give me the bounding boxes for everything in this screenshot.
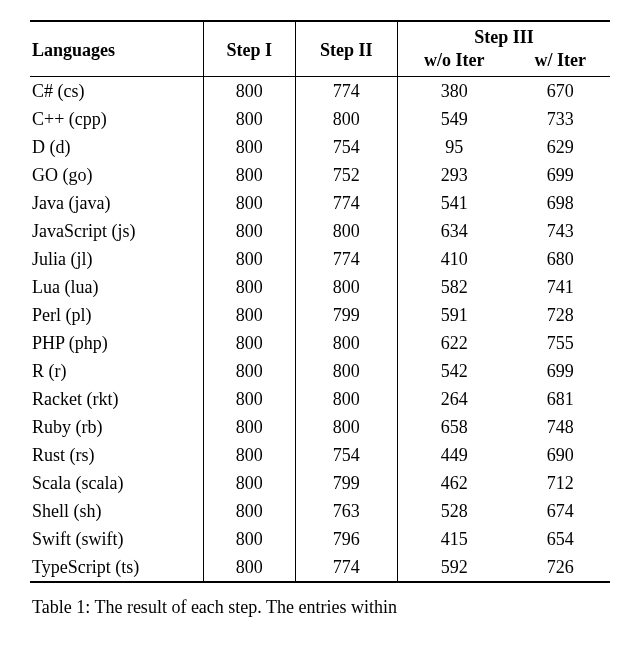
cell-step1: 800: [203, 273, 295, 301]
cell-step1: 800: [203, 413, 295, 441]
table-row: Swift (swift)800796415654: [30, 525, 610, 553]
cell-step1: 800: [203, 553, 295, 581]
table-row: Perl (pl)800799591728: [30, 301, 610, 329]
cell-step3-w-iter: 670: [511, 77, 610, 106]
cell-language: C++ (cpp): [30, 105, 203, 133]
cell-step2: 800: [295, 413, 397, 441]
cell-step2: 774: [295, 77, 397, 106]
table-row: JavaScript (js)800800634743: [30, 217, 610, 245]
table-row: PHP (php)800800622755: [30, 329, 610, 357]
col-header-step2: Step II: [295, 21, 397, 77]
cell-step2: 799: [295, 301, 397, 329]
cell-language: PHP (php): [30, 329, 203, 357]
table-row: TypeScript (ts)800774592726: [30, 553, 610, 581]
table-row: Java (java)800774541698: [30, 189, 610, 217]
cell-step2: 774: [295, 245, 397, 273]
cell-step3-wo-iter: 264: [397, 385, 510, 413]
cell-step3-w-iter: 681: [511, 385, 610, 413]
cell-step3-wo-iter: 622: [397, 329, 510, 357]
cell-step3-w-iter: 699: [511, 161, 610, 189]
cell-step1: 800: [203, 525, 295, 553]
cell-language: JavaScript (js): [30, 217, 203, 245]
cell-step2: 800: [295, 105, 397, 133]
cell-step2: 774: [295, 553, 397, 581]
cell-step3-w-iter: 699: [511, 357, 610, 385]
cell-step3-w-iter: 690: [511, 441, 610, 469]
cell-step3-w-iter: 712: [511, 469, 610, 497]
table-row: GO (go)800752293699: [30, 161, 610, 189]
cell-language: Shell (sh): [30, 497, 203, 525]
cell-step3-wo-iter: 449: [397, 441, 510, 469]
cell-step3-wo-iter: 528: [397, 497, 510, 525]
col-header-languages: Languages: [30, 21, 203, 77]
table-row: Scala (scala)800799462712: [30, 469, 610, 497]
cell-step1: 800: [203, 469, 295, 497]
cell-language: Lua (lua): [30, 273, 203, 301]
cell-step3-wo-iter: 95: [397, 133, 510, 161]
cell-step2: 752: [295, 161, 397, 189]
cell-language: Scala (scala): [30, 469, 203, 497]
cell-step1: 800: [203, 245, 295, 273]
col-header-step3-group: Step III: [397, 21, 610, 50]
cell-step1: 800: [203, 497, 295, 525]
cell-step3-wo-iter: 380: [397, 77, 510, 106]
cell-step1: 800: [203, 133, 295, 161]
cell-step2: 800: [295, 217, 397, 245]
cell-step3-wo-iter: 658: [397, 413, 510, 441]
cell-step3-wo-iter: 541: [397, 189, 510, 217]
table-row: Rust (rs)800754449690: [30, 441, 610, 469]
cell-step2: 754: [295, 441, 397, 469]
cell-step3-wo-iter: 582: [397, 273, 510, 301]
cell-step3-wo-iter: 415: [397, 525, 510, 553]
cell-step3-wo-iter: 634: [397, 217, 510, 245]
table-row: Racket (rkt)800800264681: [30, 385, 610, 413]
table-row: Julia (jl)800774410680: [30, 245, 610, 273]
cell-step2: 754: [295, 133, 397, 161]
cell-step3-wo-iter: 410: [397, 245, 510, 273]
caption-text: The result of each step. The entries wit…: [94, 597, 397, 617]
cell-step3-wo-iter: 549: [397, 105, 510, 133]
cell-step1: 800: [203, 385, 295, 413]
cell-step3-w-iter: 726: [511, 553, 610, 581]
cell-step3-w-iter: 755: [511, 329, 610, 357]
cell-step1: 800: [203, 189, 295, 217]
cell-step2: 800: [295, 273, 397, 301]
table-row: C# (cs)800774380670: [30, 77, 610, 106]
results-table: Languages Step I Step II Step III w/o It…: [30, 20, 610, 583]
table-row: D (d)80075495629: [30, 133, 610, 161]
cell-step3-wo-iter: 462: [397, 469, 510, 497]
cell-step2: 799: [295, 469, 397, 497]
cell-step3-w-iter: 743: [511, 217, 610, 245]
cell-step3-w-iter: 674: [511, 497, 610, 525]
cell-step3-wo-iter: 293: [397, 161, 510, 189]
cell-step2: 796: [295, 525, 397, 553]
cell-step1: 800: [203, 329, 295, 357]
col-header-wo-iter: w/o Iter: [397, 50, 510, 77]
cell-step3-w-iter: 748: [511, 413, 610, 441]
cell-step3-w-iter: 728: [511, 301, 610, 329]
cell-step2: 774: [295, 189, 397, 217]
cell-language: C# (cs): [30, 77, 203, 106]
cell-step1: 800: [203, 357, 295, 385]
caption-label: Table 1:: [32, 597, 90, 617]
cell-language: Perl (pl): [30, 301, 203, 329]
cell-step3-w-iter: 654: [511, 525, 610, 553]
cell-step3-w-iter: 733: [511, 105, 610, 133]
cell-language: D (d): [30, 133, 203, 161]
table-row: Shell (sh)800763528674: [30, 497, 610, 525]
cell-language: GO (go): [30, 161, 203, 189]
cell-language: Java (java): [30, 189, 203, 217]
cell-step3-w-iter: 741: [511, 273, 610, 301]
cell-language: Ruby (rb): [30, 413, 203, 441]
cell-step1: 800: [203, 77, 295, 106]
cell-step3-w-iter: 629: [511, 133, 610, 161]
cell-language: Julia (jl): [30, 245, 203, 273]
cell-language: TypeScript (ts): [30, 553, 203, 581]
cell-step3-wo-iter: 542: [397, 357, 510, 385]
cell-step2: 763: [295, 497, 397, 525]
table-row: C++ (cpp)800800549733: [30, 105, 610, 133]
table-caption: Table 1: The result of each step. The en…: [30, 597, 610, 618]
cell-step1: 800: [203, 161, 295, 189]
table-row: Lua (lua)800800582741: [30, 273, 610, 301]
cell-language: Rust (rs): [30, 441, 203, 469]
